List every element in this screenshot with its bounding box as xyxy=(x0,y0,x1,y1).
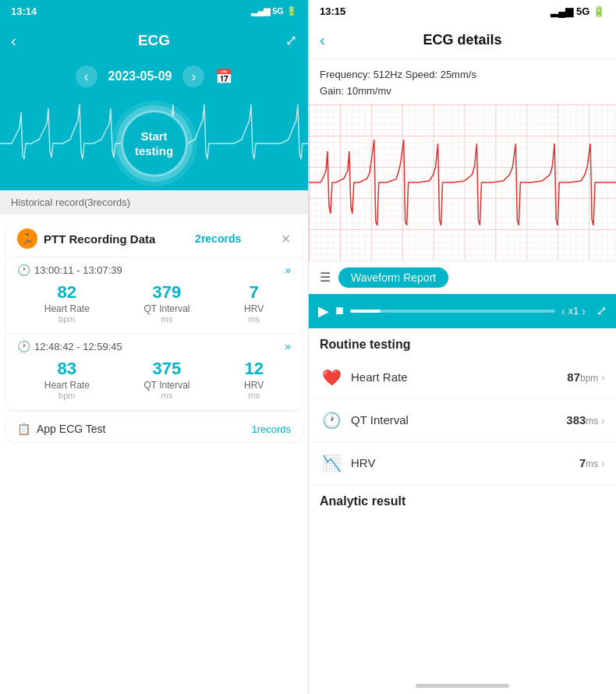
record-group-ptt: 🏃 PTT Recording Data 2records ✕ 🕐 13:00:… xyxy=(6,221,302,410)
speed-up-button[interactable]: › xyxy=(582,305,586,317)
ecg-hero: Start testing xyxy=(0,97,308,190)
hrv-value: 7ms xyxy=(579,456,598,469)
ecg-info-line1: Frequency: 512Hz Speed: 25mm/s xyxy=(320,67,605,83)
record-entry-1[interactable]: 🕐 13:00:11 - 13:07:39 » 82 Heart Rate bp… xyxy=(6,257,302,334)
record-group-title: 🏃 PTT Recording Data xyxy=(17,228,155,249)
metric-row-hrv[interactable]: 📉 HRV 7ms › xyxy=(309,442,616,485)
qt-interval-value: 383ms xyxy=(566,413,598,427)
ecg-chart-svg xyxy=(309,104,616,260)
metric-hrv-2: 12 HRV ms xyxy=(244,359,264,400)
metric-hr-2: 83 Heart Rate bpm xyxy=(44,359,90,400)
qt-interval-icon: 🕐 xyxy=(320,409,343,432)
record-group-close[interactable]: ✕ xyxy=(281,232,291,246)
bottom-record-count: 1records xyxy=(251,423,291,435)
date-bar: ‹ 2023-05-09 › 📅 xyxy=(0,59,308,97)
metric-qt-2: 375 QT Interval ms xyxy=(143,359,189,400)
document-icon: ☰ xyxy=(320,270,331,285)
bottom-record-label: App ECG Test xyxy=(37,423,105,435)
entry-2-chevron: » xyxy=(285,340,291,352)
playback-bar: ▶ ■ ‹ x1 › ⤢ xyxy=(309,294,616,328)
progress-fill xyxy=(350,310,381,313)
right-time: 13:15 xyxy=(320,5,345,17)
start-testing-button[interactable]: Start testing xyxy=(121,110,188,177)
ptt-icon: 🏃 xyxy=(17,228,37,249)
record-time-1: 13:00:11 - 13:07:39 xyxy=(34,264,122,276)
speed-down-button[interactable]: ‹ xyxy=(561,305,565,317)
clock-icon-2: 🕐 xyxy=(17,340,30,352)
record-entry-2[interactable]: 🕐 12:48:42 - 12:59:45 » 83 Heart Rate bp… xyxy=(6,334,302,410)
right-page-title: ECG details xyxy=(423,32,501,48)
right-status-bar: 13:15 ▂▄▆ 5G 🔋 xyxy=(309,0,616,22)
ecg-chart xyxy=(309,104,616,260)
qt-interval-chevron: › xyxy=(601,414,605,427)
metric-hrv-1: 7 HRV ms xyxy=(244,282,264,324)
right-back-button[interactable]: ‹ xyxy=(320,31,325,49)
calendar-icon[interactable]: 📅 xyxy=(215,68,232,85)
date-display: 2023-05-09 xyxy=(108,69,172,83)
heart-rate-value: 87bpm xyxy=(567,370,598,384)
left-page-title: ECG xyxy=(138,32,170,49)
left-signal: ▂▄▆ 5G 🔋 xyxy=(251,6,297,16)
date-next-button[interactable]: › xyxy=(182,66,204,87)
heart-rate-icon: ❤️ xyxy=(320,366,343,389)
metric-qt-1: 379 QT Interval ms xyxy=(143,282,189,324)
hrv-label: HRV xyxy=(351,456,579,469)
heart-rate-label: Heart Rate xyxy=(351,370,567,384)
routine-testing-title: Routine testing xyxy=(309,328,616,356)
ecg-info: Frequency: 512Hz Speed: 25mm/s Gain: 10m… xyxy=(309,59,616,104)
waveform-report-button[interactable]: Waveform Report xyxy=(338,267,448,288)
record-time-2: 12:48:42 - 12:59:45 xyxy=(34,341,122,352)
analytic-result-title: Analytic result xyxy=(309,485,616,513)
clock-icon-1: 🕐 xyxy=(17,264,30,276)
home-indicator xyxy=(309,671,616,694)
qt-interval-label: QT Interval xyxy=(351,413,566,427)
speed-label: x1 xyxy=(568,305,579,317)
stop-button[interactable]: ■ xyxy=(335,303,344,319)
left-status-bar: 13:14 ▂▄▆ 5G 🔋 xyxy=(0,0,308,22)
left-nav-bar: ‹ ECG ⤢ xyxy=(0,22,308,59)
hrv-chevron: › xyxy=(601,457,605,469)
home-bar xyxy=(416,684,509,688)
record-group-header: 🏃 PTT Recording Data 2records ✕ xyxy=(6,221,302,257)
left-time: 13:14 xyxy=(11,5,37,17)
bottom-record-icon: 📋 xyxy=(17,423,30,435)
bottom-record[interactable]: 📋 App ECG Test 1records xyxy=(6,416,302,441)
left-panel: 13:14 ▂▄▆ 5G 🔋 ‹ ECG ⤢ ‹ 2023-05-09 › 📅 … xyxy=(0,0,308,694)
metric-row-qt[interactable]: 🕐 QT Interval 383ms › xyxy=(309,399,616,442)
right-panel: 13:15 ▂▄▆ 5G 🔋 ‹ ECG details Frequency: … xyxy=(308,0,616,694)
date-prev-button[interactable]: ‹ xyxy=(76,66,97,87)
entry-1-chevron: » xyxy=(285,264,291,276)
left-share-button[interactable]: ⤢ xyxy=(285,32,297,49)
play-button[interactable]: ▶ xyxy=(318,303,329,320)
playback-controls: ‹ x1 › xyxy=(561,305,586,317)
heart-rate-chevron: › xyxy=(601,371,605,384)
metric-hr-1: 82 Heart Rate bpm xyxy=(44,282,90,324)
hrv-icon: 📉 xyxy=(320,451,343,475)
ecg-info-line2: Gain: 10mm/mv xyxy=(320,83,605,100)
right-nav-bar: ‹ ECG details xyxy=(309,22,616,59)
record-count: 2records xyxy=(195,232,241,245)
right-signal: ▂▄▆ 5G 🔋 xyxy=(551,5,605,17)
history-header: Historical record(3records) xyxy=(0,190,308,214)
progress-track[interactable] xyxy=(350,310,555,313)
expand-button[interactable]: ⤢ xyxy=(597,303,607,318)
metric-row-heartrate[interactable]: ❤️ Heart Rate 87bpm › xyxy=(309,356,616,399)
waveform-bar: ☰ Waveform Report xyxy=(309,260,616,294)
left-back-button[interactable]: ‹ xyxy=(11,32,16,50)
